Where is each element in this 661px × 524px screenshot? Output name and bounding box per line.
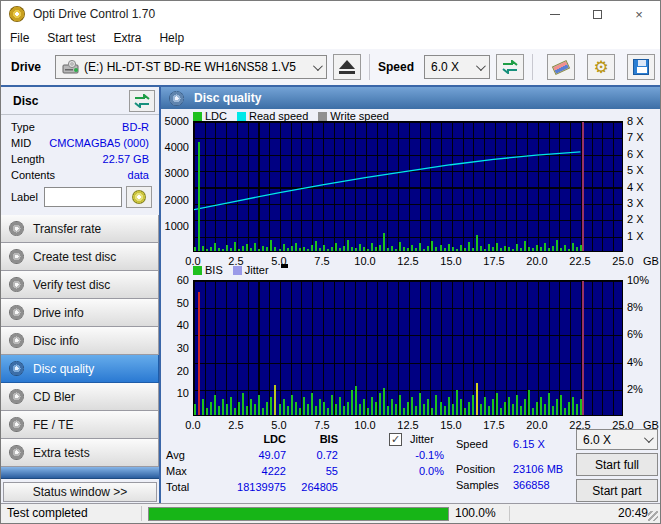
- menu-help[interactable]: Help: [150, 31, 193, 45]
- start-part-button[interactable]: Start part: [576, 479, 658, 502]
- data-bar: [383, 233, 385, 251]
- data-bar: [347, 240, 349, 251]
- speed-select[interactable]: 6.0 X: [424, 55, 490, 79]
- axis-tick-label: 10%: [627, 274, 649, 286]
- position-marker-line: [582, 281, 584, 415]
- data-bar: [363, 247, 365, 251]
- menu-file[interactable]: File: [1, 31, 38, 45]
- data-bar: [431, 408, 433, 415]
- settings-button[interactable]: ⚙: [587, 54, 615, 80]
- data-bar: [226, 245, 228, 251]
- data-bar: [460, 245, 462, 251]
- data-bar: [238, 402, 240, 415]
- axis-tick-label: 7 X: [627, 131, 644, 143]
- legend-item: Jitter: [233, 264, 269, 276]
- data-bar: [488, 244, 490, 251]
- menu-extra[interactable]: Extra: [104, 31, 150, 45]
- eject-button[interactable]: [333, 54, 361, 80]
- close-button[interactable]: ×: [618, 1, 660, 27]
- x-tick-label: 12.5: [397, 255, 418, 267]
- save-button[interactable]: [627, 54, 655, 80]
- data-bar: [198, 292, 200, 415]
- menu-start-test[interactable]: Start test: [38, 31, 104, 45]
- resize-grip[interactable]: [648, 511, 658, 521]
- window-title: Opti Drive Control 1.70: [33, 7, 155, 21]
- data-bar: [399, 395, 401, 415]
- sidebar-item-verify-test-disc[interactable]: Verify test disc: [1, 271, 159, 299]
- position-readout-label: Position: [456, 463, 495, 475]
- start-full-button[interactable]: Start full: [576, 453, 658, 476]
- data-bar: [242, 393, 244, 415]
- main-area: Disc quality LDCRead speedWrite speed 50…: [161, 87, 660, 503]
- data-bar: [234, 408, 236, 415]
- data-bar: [568, 249, 570, 251]
- data-bar: [496, 243, 498, 251]
- speed-label: Speed: [378, 60, 414, 74]
- speed-readout-label: Speed: [456, 438, 488, 450]
- data-bar: [319, 399, 321, 415]
- disc-type-label: Type: [11, 121, 35, 133]
- data-bar: [194, 247, 196, 251]
- data-bar: [307, 249, 309, 251]
- data-bar: [355, 248, 357, 251]
- data-bar: [327, 249, 329, 251]
- x-tick-label: 12.5: [397, 419, 418, 431]
- data-bar: [258, 395, 260, 415]
- samples-readout-label: Samples: [456, 479, 499, 491]
- sidebar-item-transfer-rate[interactable]: Transfer rate: [1, 215, 159, 243]
- disc-label-button[interactable]: [126, 186, 152, 208]
- data-bar: [524, 399, 526, 415]
- drive-icon: [62, 60, 79, 74]
- disc-contents-label: Contents: [11, 169, 55, 181]
- data-bar: [419, 393, 421, 415]
- jitter-checkbox[interactable]: ✓: [389, 433, 402, 446]
- data-bar: [427, 399, 429, 415]
- sidebar-item-fe-te[interactable]: FE / TE: [1, 411, 159, 439]
- data-bar: [287, 406, 289, 415]
- refresh-button[interactable]: [496, 54, 524, 80]
- axis-tick-label: 40: [161, 319, 189, 331]
- data-bar: [315, 241, 317, 251]
- sidebar-item-label: FE / TE: [33, 418, 73, 432]
- bis-column-header: BIS: [291, 433, 338, 445]
- axis-tick-label: 4%: [627, 356, 643, 368]
- read-speed-line: [194, 122, 622, 251]
- sidebar-item-disc-quality[interactable]: Disc quality: [1, 355, 159, 383]
- data-bar: [238, 249, 240, 251]
- minimize-button[interactable]: [534, 1, 576, 27]
- data-bar: [444, 406, 446, 415]
- max-jitter: 0.0%: [384, 465, 444, 477]
- data-bar: [536, 402, 538, 415]
- data-bar: [431, 241, 433, 251]
- sidebar-item-create-test-disc[interactable]: Create test disc: [1, 243, 159, 271]
- sidebar-item-drive-info[interactable]: Drive info: [1, 299, 159, 327]
- data-bar: [456, 390, 458, 415]
- disc-length-label: Length: [11, 153, 45, 165]
- page-title: Disc quality: [194, 91, 261, 105]
- data-bar: [387, 406, 389, 415]
- erase-disc-button[interactable]: [547, 54, 575, 80]
- disc-refresh-button[interactable]: [129, 90, 155, 112]
- drive-select[interactable]: (E:) HL-DT-ST BD-RE WH16NS58 1.V5: [55, 55, 327, 79]
- data-bar: [496, 393, 498, 415]
- data-bar: [448, 244, 450, 251]
- status-window-button[interactable]: Status window >>: [3, 482, 157, 502]
- data-bar: [407, 402, 409, 415]
- data-bar: [295, 243, 297, 252]
- data-bar: [254, 404, 256, 415]
- disc-label-input[interactable]: [44, 187, 122, 207]
- data-bar: [568, 402, 570, 415]
- data-bar: [218, 406, 220, 415]
- disc-contents-row: Contents data: [1, 167, 159, 183]
- quality-speed-select[interactable]: 6.0 X: [576, 429, 658, 450]
- data-bar: [411, 245, 413, 251]
- cd-icon: [9, 277, 24, 292]
- sidebar-item-cd-bler[interactable]: CD Bler: [1, 383, 159, 411]
- refresh-arrows-icon: [502, 60, 518, 74]
- sidebar-item-disc-info[interactable]: Disc info: [1, 327, 159, 355]
- sidebar-item-extra-tests[interactable]: Extra tests: [1, 439, 159, 467]
- stats-panel: LDC BIS ✓ Jitter Avg 49.07 0.72 -0.1% Ma…: [161, 431, 660, 503]
- refresh-arrows-icon: [134, 94, 150, 108]
- total-ldc: 18139975: [216, 481, 286, 493]
- maximize-button[interactable]: [576, 1, 618, 27]
